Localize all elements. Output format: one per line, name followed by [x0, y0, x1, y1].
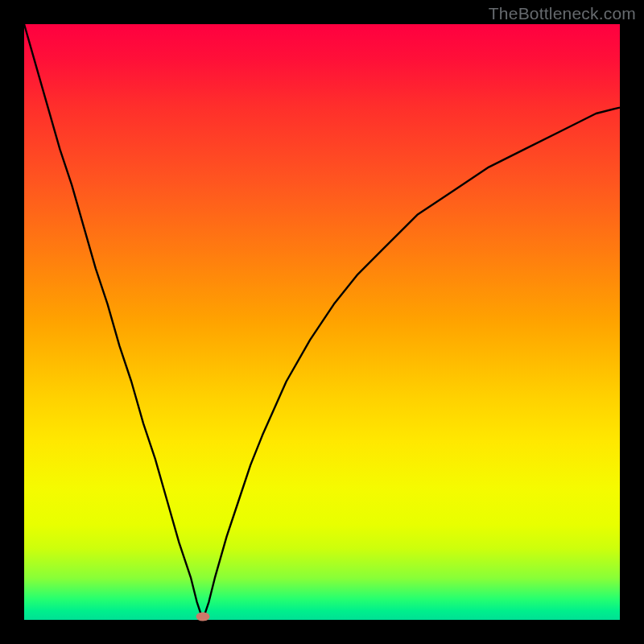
plot-area: [24, 24, 620, 620]
curve-path: [24, 24, 620, 620]
optimal-point-marker: [196, 613, 210, 621]
chart-frame: TheBottleneck.com: [0, 0, 644, 644]
bottleneck-curve: [24, 24, 620, 620]
watermark-text: TheBottleneck.com: [489, 4, 636, 23]
